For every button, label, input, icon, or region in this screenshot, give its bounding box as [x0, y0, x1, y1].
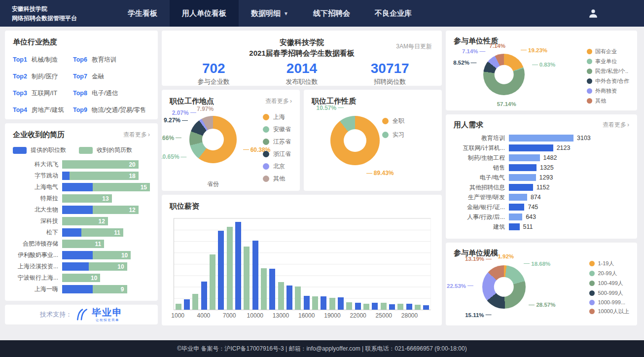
slice-percent: 8.52% [453, 60, 469, 66]
axis-tick-label: 28000 [401, 312, 418, 319]
bar-category-label: 深科技 [13, 217, 62, 225]
stat-companies: 702 参与企业数 [170, 61, 258, 86]
bar-row: 上海一嗨9 [13, 285, 150, 293]
nav-tab-label: 学生看板 [128, 9, 157, 18]
label-leader-line [480, 51, 486, 52]
legend-item[interactable]: 北京 [263, 162, 291, 171]
legend-label: 江苏省 [273, 138, 291, 146]
industry-rank-item: Top4房地产/建筑 [13, 105, 73, 114]
legend-item[interactable]: 其他 [587, 97, 629, 105]
biyeshen-logo-icon [75, 308, 88, 321]
legend-swatch [13, 147, 27, 154]
nav-tab[interactable]: 不良企业库 [362, 0, 424, 27]
label-leader-line [181, 157, 187, 157]
histogram-slot [268, 218, 277, 310]
label-leader-line [243, 149, 249, 150]
legend-item[interactable]: 国有企业 [587, 48, 629, 55]
axis-tick-label: 13000 [273, 312, 289, 319]
bar-category-label: 电子/电气 [454, 174, 509, 182]
slice-percent: 22.53% [447, 283, 466, 289]
legend-dot [263, 139, 269, 145]
histogram-slot [243, 218, 251, 310]
nav-tab[interactable]: 用人单位看板 [170, 0, 239, 27]
legend-item[interactable]: 安徽省 [263, 125, 291, 134]
nav-tab[interactable]: 学生看板 [115, 0, 170, 27]
card-title: 单位行业热度 [13, 37, 57, 47]
legend-label: 安徽省 [273, 125, 291, 134]
nav-tab-label: 用人单位看板 [182, 9, 226, 18]
legend-item[interactable]: 实习 [382, 131, 404, 139]
legend-item[interactable]: 全职 [382, 117, 404, 125]
legend-item[interactable]: 上海 [263, 113, 291, 121]
legend-dot [589, 300, 595, 305]
nav-tab[interactable]: 数据明细▼ [239, 0, 301, 27]
legend-item[interactable]: 提供的职位数 [13, 146, 66, 154]
legend-label: 民营/私营/个.. [595, 68, 628, 75]
legend-label: 其他 [595, 97, 606, 105]
bar-row: 互联网/计算机...2123 [454, 143, 629, 153]
industry-rank-item: Top6教育培训 [73, 55, 150, 64]
axis-tick-label: 7000 [223, 312, 236, 319]
bar-row: 销售1325 [454, 163, 629, 173]
legend-dot [263, 114, 269, 120]
axis-tick-label: 1000 [171, 312, 184, 319]
stat-label: 参与企业数 [170, 77, 258, 86]
label-leader-line [524, 263, 530, 264]
bar-row: 上海泾溪投资...10 [13, 262, 150, 271]
legend-label: 北京 [273, 162, 285, 171]
view-more-link[interactable]: 查看更多› [123, 131, 150, 139]
histogram-bar [235, 222, 241, 310]
legend-item[interactable]: 事业单位 [587, 58, 629, 65]
legend-item[interactable]: 其他 [263, 175, 291, 183]
legend-item[interactable]: 20-99人 [589, 270, 629, 277]
chevron-right-icon: › [627, 121, 629, 128]
histogram-slot [388, 218, 396, 310]
histogram-slot [362, 218, 370, 310]
logo-line2: 网络招聘会数据管理平台 [12, 14, 108, 23]
job-location-chart-card: 职位工作地点 查看更多› 60.38%10.65%9.66%9.27%2.07%… [162, 90, 300, 191]
legend-item[interactable]: 10000人以上 [589, 308, 629, 315]
bar-category-label: 上海泾溪投资... [13, 262, 62, 271]
bar-value-label: 643 [526, 214, 536, 220]
legend-item[interactable]: 1000-999... [589, 299, 629, 305]
histogram-bar [184, 299, 190, 310]
industry-name: 房地产/建筑 [32, 107, 64, 113]
legend-label: 提供的职位数 [31, 146, 66, 154]
bar-segment-received: 15 [93, 183, 150, 191]
slice-percent: 2.07% [172, 109, 189, 116]
view-more-link[interactable]: 查看更多› [603, 121, 629, 129]
legend-dot [263, 151, 269, 157]
legend-item[interactable]: 收到的简历数 [79, 146, 132, 154]
legend-item[interactable]: 浙江省 [263, 150, 291, 158]
view-more-link[interactable]: 查看更多› [265, 97, 292, 106]
caret-down-icon: ▼ [284, 11, 288, 16]
histogram-bar [295, 286, 301, 310]
histogram-bar [304, 296, 310, 310]
legend-item[interactable]: 民营/私营/个.. [587, 68, 629, 75]
legend-dot [589, 309, 595, 314]
bar-segment-received: 11 [81, 228, 123, 237]
user-menu-button[interactable] [588, 0, 599, 27]
summary-stats-card: 安徽科技学院 2021届春季招聘会学生数据看板 3AM每日更新 702 参与企业… [162, 31, 442, 86]
support-prefix-label: 技术支持： [40, 310, 72, 319]
bar-row: 教育培训3103 [454, 133, 629, 143]
bar-row: 科大讯飞20 [13, 160, 150, 169]
bar-category-label: 科大讯飞 [13, 160, 62, 169]
nav-tab[interactable]: 线下招聘会 [301, 0, 362, 27]
donut-slice-label: 57.14% [497, 101, 516, 107]
legend-item[interactable]: 100-499人 [589, 280, 629, 287]
legend-label: 500-999人 [598, 289, 623, 297]
legend-item[interactable]: 中外合资/合作 [587, 77, 629, 85]
legend-item[interactable]: 外商独资 [587, 87, 629, 95]
histogram-slot [294, 218, 302, 310]
bar-track: 11 [62, 228, 150, 237]
histogram-slot [182, 218, 191, 310]
legend-item[interactable]: 1-19人 [589, 260, 629, 267]
bar-category-label: 制药/生物工程 [454, 154, 509, 162]
right-column: 参与单位性质 19.23%0.83%57.14%8.52%7.14%7.14%国… [446, 31, 637, 325]
bar-category-label: 生产管理/研发 [454, 193, 509, 202]
legend-item[interactable]: 江苏省 [263, 138, 291, 146]
slice-percent: 0.83% [539, 62, 556, 68]
bar-category-label: 互联网/计算机... [454, 144, 509, 152]
legend-item[interactable]: 500-999人 [589, 289, 629, 297]
